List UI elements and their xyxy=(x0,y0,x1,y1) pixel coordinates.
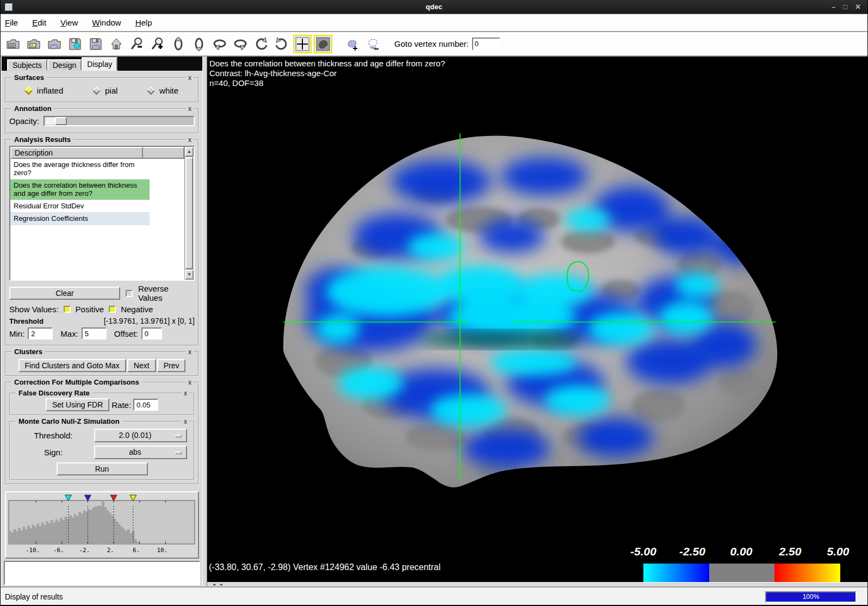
results-row-thickness-age-correlation[interactable]: Does the correlation between thickness a… xyxy=(10,180,150,200)
status-message: Display of results xyxy=(1,592,63,601)
colorbar-zero-segment xyxy=(709,564,775,583)
results-row-avg-thickness[interactable]: Does the average thickness differ from z… xyxy=(10,159,150,180)
qdec-window: qdec – □ ✕ File Edit View Window Help xyxy=(0,0,868,606)
tab-display[interactable]: Display xyxy=(82,57,117,71)
analysis-results-group-close-icon[interactable]: x xyxy=(186,136,194,144)
opacity-slider[interactable] xyxy=(44,116,195,126)
monte-carlo-group-title: Monte Carlo Null-Z Simulation xyxy=(16,417,122,425)
tab-design[interactable]: Design xyxy=(47,59,82,71)
results-column-header[interactable]: Description xyxy=(10,147,143,159)
radio-pial[interactable]: pial xyxy=(94,86,117,95)
menubar: File Edit View Window Help xyxy=(1,14,867,32)
menu-edit[interactable]: Edit xyxy=(32,18,46,27)
radio-inflated[interactable]: inflated xyxy=(26,86,63,95)
results-table: Description Does the average thickness d… xyxy=(9,146,195,281)
threshold-histogram[interactable]: -10.-6.-2.2.6.10. xyxy=(8,494,196,554)
show-curvature-icon[interactable] xyxy=(314,35,332,53)
correction-group-title: Correction For Multiple Comparisons xyxy=(11,378,142,386)
clusters-group-close-icon[interactable]: x xyxy=(186,348,194,356)
save-label-icon[interactable] xyxy=(86,35,105,53)
annotation-group-close-icon[interactable]: x xyxy=(186,105,194,113)
remove-selection-from-label-icon[interactable] xyxy=(364,35,382,53)
toolbar: Goto vertex number: xyxy=(1,32,867,57)
results-column-header-empty[interactable] xyxy=(143,147,184,159)
scrollbar-thumb[interactable] xyxy=(185,157,193,269)
monte-carlo-group-close-icon[interactable]: x xyxy=(182,418,189,425)
load-project-file-icon[interactable] xyxy=(24,35,43,53)
next-cluster-button[interactable]: Next xyxy=(127,359,156,372)
tilt-cw-icon[interactable] xyxy=(272,35,291,53)
scroll-down-icon[interactable]: ▼ xyxy=(185,270,194,280)
threshold-histogram-frame: -10.-6.-2.2.6.10. xyxy=(5,491,199,559)
scroll-up-icon[interactable]: ▲ xyxy=(185,147,194,157)
surfaces-group-close-icon[interactable]: x xyxy=(186,74,194,82)
colorbar-label: 0.00 xyxy=(730,545,753,558)
offset-input[interactable] xyxy=(141,327,162,339)
zoom-in-icon[interactable] xyxy=(148,35,167,53)
clusters-group-title: Clusters xyxy=(11,348,45,356)
home-view-icon[interactable] xyxy=(107,35,126,53)
set-using-fdr-button[interactable]: Set Using FDR xyxy=(46,398,109,411)
clear-button[interactable]: Clear xyxy=(9,287,120,300)
negative-checkbox[interactable] xyxy=(109,306,116,313)
notebook-tabs: Subjects Design Display xyxy=(2,57,202,71)
offset-label: Offset: xyxy=(114,329,138,338)
opacity-slider-handle[interactable] xyxy=(55,117,67,125)
find-clusters-button[interactable]: Find Clusters and Goto Max xyxy=(18,359,126,372)
svg-text:2.: 2. xyxy=(107,547,114,554)
min-input[interactable] xyxy=(28,327,53,339)
opacity-label: Opacity: xyxy=(9,116,39,126)
progress-bar-fill: 100% xyxy=(766,592,855,602)
reverse-values-checkbox[interactable] xyxy=(126,290,133,297)
prev-cluster-button[interactable]: Prev xyxy=(157,359,186,372)
goto-vertex-input[interactable] xyxy=(472,38,500,51)
progress-percent: 100% xyxy=(766,593,855,601)
menu-window[interactable]: Window xyxy=(92,18,121,27)
min-label: Min: xyxy=(9,329,24,338)
save-data-table-icon[interactable] xyxy=(66,35,84,53)
pos-min-marker[interactable] xyxy=(110,495,117,501)
zoom-out-icon[interactable] xyxy=(128,35,146,53)
max-label: Max: xyxy=(60,329,78,338)
rotate-left-icon[interactable] xyxy=(210,35,229,53)
results-row-residual-error[interactable]: Residual Error StdDev xyxy=(10,200,150,213)
tilt-ccw-icon[interactable] xyxy=(252,35,270,53)
positive-checkbox[interactable] xyxy=(64,306,71,313)
load-data-table-icon[interactable] xyxy=(4,35,22,53)
fdr-group-title: False Discovery Rate xyxy=(16,389,92,397)
menu-view[interactable]: View xyxy=(60,18,78,27)
max-input[interactable] xyxy=(82,327,107,339)
svg-text:-6.: -6. xyxy=(53,547,64,554)
results-row-regression-coefficients[interactable]: Regression Coefficients xyxy=(10,213,150,225)
rate-input[interactable] xyxy=(133,399,158,411)
load-label-icon[interactable] xyxy=(45,35,64,53)
radio-diamond-icon xyxy=(24,86,33,95)
mc-threshold-label: Threshold: xyxy=(13,431,94,440)
radio-diamond-icon xyxy=(92,86,101,95)
colorbar-negative-segment xyxy=(643,564,709,583)
surface-viewport[interactable]: Does the correlation between thickness a… xyxy=(207,57,867,586)
value-colorbar xyxy=(643,564,840,583)
run-simulation-button[interactable]: Run xyxy=(57,462,148,475)
rotate-right-icon[interactable] xyxy=(231,35,250,53)
tab-subjects[interactable]: Subjects xyxy=(7,59,47,71)
select-vertex-crosshair-icon[interactable] xyxy=(293,35,312,53)
reverse-values-label: Reverse Values xyxy=(138,284,195,302)
viewport-scrollbar[interactable]: ⏶ ⏶ xyxy=(207,582,867,586)
add-selection-to-label-icon[interactable] xyxy=(343,35,362,53)
fdr-group-close-icon[interactable]: x xyxy=(182,389,189,397)
rotate-down-icon[interactable] xyxy=(190,35,208,53)
pane-divider[interactable] xyxy=(202,57,207,586)
results-scrollbar[interactable]: ▲ ▼ xyxy=(184,147,194,280)
neg-min-marker[interactable] xyxy=(84,495,91,501)
radio-white[interactable]: white xyxy=(148,86,178,95)
menu-file[interactable]: File xyxy=(5,18,18,27)
rotate-up-icon[interactable] xyxy=(169,35,188,53)
pos-max-marker[interactable] xyxy=(130,495,137,501)
brain-render[interactable] xyxy=(207,57,867,582)
menu-help[interactable]: Help xyxy=(135,18,152,27)
mc-sign-dropdown[interactable]: abs xyxy=(94,446,187,459)
mc-threshold-dropdown[interactable]: 2.0 (0.01) xyxy=(94,429,187,442)
neg-max-marker[interactable] xyxy=(65,495,72,501)
correction-group-close-icon[interactable]: x xyxy=(186,379,194,386)
